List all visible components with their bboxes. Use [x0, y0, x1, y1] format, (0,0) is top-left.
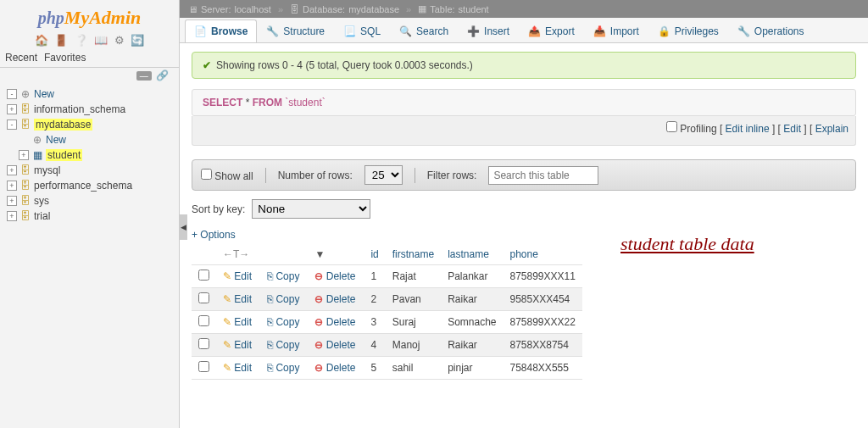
tab-insert[interactable]: ➕Insert	[458, 19, 519, 42]
show-all-label[interactable]: Show all	[201, 169, 253, 182]
database-icon: 🗄	[19, 164, 31, 176]
delete-row-link[interactable]: Delete	[326, 316, 356, 328]
help-icon[interactable]: ❔	[75, 34, 88, 47]
table-name[interactable]: student	[459, 4, 489, 14]
col-phone[interactable]: phone	[504, 244, 582, 265]
table-row: ✎ Edit⎘ Copy⊖ Delete2PavanRaikar9585XXX4…	[192, 288, 582, 311]
tree-node-new[interactable]: ⊕New	[2, 132, 177, 147]
cell-id: 5	[364, 357, 385, 380]
row-checkbox[interactable]	[198, 292, 209, 303]
delete-row-link[interactable]: Delete	[326, 362, 356, 374]
exit-icon[interactable]: 🚪	[54, 34, 68, 47]
copy-row-link[interactable]: Copy	[275, 339, 299, 351]
expand-icon[interactable]: +	[7, 196, 17, 206]
tree-node-mysql[interactable]: +🗄mysql	[2, 163, 177, 178]
link-icon[interactable]: 🔗	[156, 69, 169, 81]
expand-icon[interactable]: -	[7, 89, 17, 99]
expand-icon[interactable]: +	[7, 211, 17, 221]
copy-row-link[interactable]: Copy	[275, 270, 299, 282]
explain-link[interactable]: Explain	[815, 123, 849, 135]
chevron-down-icon[interactable]: ▼	[314, 248, 325, 260]
tree-node-new[interactable]: -⊕New	[2, 86, 177, 102]
tree-node-mydatabase[interactable]: -🗄mydatabase	[2, 117, 177, 132]
expand-icon[interactable]: -	[7, 120, 17, 130]
expand-icon[interactable]: +	[7, 104, 17, 114]
tree-node-trial[interactable]: +🗄trial	[2, 208, 177, 224]
expand-icon[interactable]: +	[7, 165, 17, 175]
collapse-row: — 🔗	[0, 68, 179, 83]
sort-select[interactable]: None	[252, 199, 370, 219]
sql-star: *	[242, 97, 252, 108]
delete-row-link[interactable]: Delete	[326, 270, 356, 282]
delete-row-link[interactable]: Delete	[326, 339, 356, 351]
tab-import[interactable]: 📥Import	[584, 19, 648, 42]
edit-row-link[interactable]: Edit	[234, 270, 252, 282]
copy-row-link[interactable]: Copy	[275, 293, 299, 305]
settings-icon[interactable]: ⚙	[114, 34, 125, 47]
row-checkbox[interactable]	[198, 361, 209, 372]
tab-label: Browse	[211, 25, 248, 37]
browse-icon: 📄	[194, 25, 207, 37]
cell-lastname: Raikar	[441, 334, 503, 357]
row-checkbox[interactable]	[198, 315, 209, 326]
sidebar: phpMyAdmin 🏠 🚪 ❔ 📖 ⚙ 🔄 Recent Favorites …	[0, 0, 180, 428]
edit-link[interactable]: Edit	[783, 123, 801, 135]
docs-icon[interactable]: 📖	[94, 34, 108, 47]
tab-label: Privileges	[675, 25, 719, 37]
tree-node-performance_schema[interactable]: +🗄performance_schema	[2, 178, 177, 193]
database-icon: 🗄	[19, 195, 31, 207]
nav-arrows-icon[interactable]: ←T→	[223, 248, 249, 260]
home-icon[interactable]: 🏠	[35, 34, 48, 47]
tree-label: New	[46, 134, 66, 146]
tree-node-sys[interactable]: +🗄sys	[2, 193, 177, 208]
edit-row-link[interactable]: Edit	[234, 362, 252, 374]
tab-export[interactable]: 📤Export	[519, 19, 584, 42]
cell-lastname: Palankar	[441, 265, 503, 288]
tab-operations[interactable]: 🔧Operations	[728, 19, 814, 42]
sort-by-key: Sort by key: None	[192, 199, 856, 219]
pencil-icon: ✎	[223, 339, 231, 351]
filter-input[interactable]	[488, 166, 598, 185]
sql-table: `student`	[282, 97, 326, 108]
delete-row-link[interactable]: Delete	[326, 293, 356, 305]
expand-icon[interactable]: +	[19, 150, 29, 160]
reload-icon[interactable]: 🔄	[131, 34, 144, 47]
options-toggle[interactable]: + Options	[192, 229, 856, 241]
logo[interactable]: phpMyAdmin	[0, 3, 179, 32]
row-checkbox[interactable]	[198, 338, 209, 349]
server-name[interactable]: localhost	[234, 4, 270, 14]
collapse-all-icon[interactable]: —	[136, 71, 152, 81]
num-rows-select[interactable]: 25	[364, 165, 403, 185]
tab-privileges[interactable]: 🔒Privileges	[648, 19, 728, 42]
col-firstname[interactable]: firstname	[386, 244, 441, 265]
col-id[interactable]: id	[364, 244, 385, 265]
sql-query: SELECT * FROM `student`	[192, 89, 856, 116]
edit-inline-link[interactable]: Edit inline	[726, 123, 770, 135]
col-lastname[interactable]: lastname	[441, 244, 503, 265]
options-link[interactable]: + Options	[192, 229, 236, 241]
tab-search[interactable]: 🔍Search	[390, 19, 458, 42]
copy-icon: ⎘	[267, 339, 273, 351]
tree-node-student[interactable]: +▦student	[2, 147, 177, 163]
success-text: Showing rows 0 - 4 (5 total, Query took …	[216, 59, 473, 71]
database-name[interactable]: mydatabase	[348, 4, 399, 14]
tab-favorites[interactable]: Favorites	[44, 52, 86, 64]
tab-recent[interactable]: Recent	[5, 52, 37, 64]
tree-label: New	[34, 88, 54, 100]
edit-row-link[interactable]: Edit	[234, 293, 252, 305]
profiling-checkbox[interactable]	[666, 121, 677, 132]
tab-structure[interactable]: 🔧Structure	[257, 19, 334, 42]
copy-row-link[interactable]: Copy	[275, 316, 299, 328]
edit-row-link[interactable]: Edit	[234, 316, 252, 328]
edit-row-link[interactable]: Edit	[234, 339, 252, 351]
tab-sql[interactable]: 📃SQL	[334, 19, 390, 42]
show-all-checkbox[interactable]	[201, 169, 212, 180]
structure-icon: 🔧	[266, 25, 279, 37]
new-icon: ⊕	[19, 88, 31, 100]
tree-node-information_schema[interactable]: +🗄information_schema	[2, 102, 177, 117]
row-checkbox[interactable]	[198, 270, 209, 281]
tab-browse[interactable]: 📄Browse	[185, 19, 257, 42]
copy-row-link[interactable]: Copy	[275, 362, 299, 374]
collapse-sidebar-icon[interactable]: ◀	[180, 214, 187, 240]
expand-icon[interactable]: +	[7, 181, 17, 191]
